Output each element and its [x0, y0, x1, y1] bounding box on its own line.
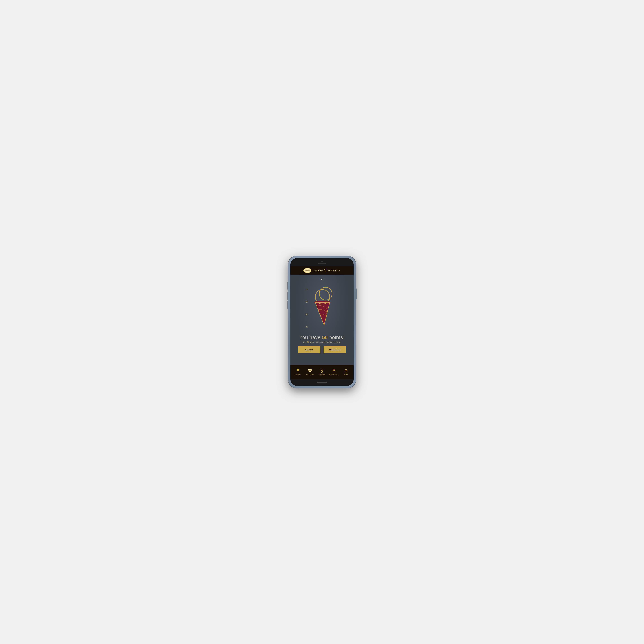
phone-frame: Häagen-Dazs sweet rewards Hi	[288, 256, 356, 388]
header-title-rewards: rewards	[327, 269, 341, 272]
scale-20: 20	[305, 326, 308, 328]
scale-labels: 75 50 30 20	[305, 283, 308, 328]
locations-icon	[296, 369, 300, 373]
more-label: More	[344, 374, 348, 375]
main-content: Hi 75 50 30 20	[290, 275, 354, 365]
action-buttons: EARN REDEEM	[294, 346, 350, 353]
points-prefix: You have	[299, 335, 322, 340]
screen: Häagen-Dazs sweet rewards Hi	[290, 266, 354, 379]
haagen-dazs-logo: Häagen-Dazs	[303, 268, 311, 273]
more-icon	[344, 369, 348, 373]
nav-item-more[interactable]: More	[341, 369, 351, 375]
rewards-icon	[320, 369, 323, 373]
header-title-sweet: sweet	[313, 269, 323, 272]
locations-label: Locations	[295, 374, 301, 375]
news-offers-icon	[332, 369, 336, 373]
bottom-bezel	[290, 379, 354, 386]
nav-item-locations[interactable]: Locations	[293, 369, 303, 375]
top-bezel	[290, 258, 354, 266]
earn-button[interactable]: EARN	[298, 346, 320, 353]
points-sub-number: 25	[307, 341, 309, 343]
greeting-text: Hi	[320, 278, 324, 282]
app-header: Häagen-Dazs sweet rewards	[290, 266, 354, 275]
header-title: sweet rewards	[313, 269, 341, 272]
speaker	[318, 263, 326, 264]
points-number: 50	[322, 335, 328, 340]
scale-30: 30	[305, 313, 308, 316]
nav-item-order-online[interactable]: Häagen-Dazs Order Online	[305, 369, 315, 375]
scale-50: 50	[305, 301, 308, 303]
svg-point-10	[319, 287, 332, 300]
points-subtext: just 25 more points until your next rewa…	[299, 341, 345, 343]
ice-cream-area: 75 50 30 20	[294, 283, 350, 331]
points-main-text: You have 50 points!	[299, 335, 345, 340]
news-offers-label: News & Offers	[329, 374, 339, 375]
bottom-nav: Locations Häagen-Dazs Order Online	[290, 365, 354, 379]
home-indicator	[317, 382, 327, 383]
nav-item-rewards[interactable]: Rewards	[317, 369, 327, 376]
points-suffix: points!	[328, 335, 345, 340]
points-section: You have 50 points! just 25 more points …	[299, 335, 345, 343]
nav-item-news-offers[interactable]: News & Offers	[329, 369, 339, 375]
redeem-button[interactable]: REDEEM	[324, 346, 346, 353]
order-online-icon: Häagen-Dazs	[308, 369, 312, 373]
rewards-label: Rewards	[319, 374, 325, 376]
camera	[321, 261, 323, 262]
scale-75: 75	[305, 288, 308, 291]
cone-icon	[324, 269, 326, 272]
order-online-label: Order Online	[306, 374, 314, 375]
phone-inner: Häagen-Dazs sweet rewards Hi	[290, 258, 354, 386]
ice-cream-illustration	[310, 283, 339, 331]
svg-text:Häagen-Dazs: Häagen-Dazs	[308, 370, 312, 371]
